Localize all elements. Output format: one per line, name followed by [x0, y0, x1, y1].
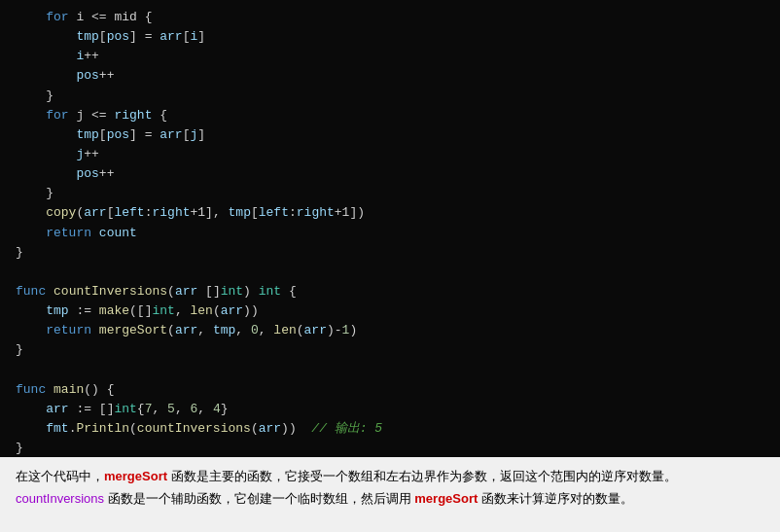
code-line-16: tmp := make([]int, len(arr)) [16, 301, 764, 321]
code-line-blank2 [16, 361, 764, 380]
code-line-15: func countInversions(arr []int) int { [16, 282, 764, 301]
code-line-17: return mergeSort(arr, tmp, 0, len(arr)-1… [16, 321, 764, 340]
code-line-blank1 [16, 263, 764, 282]
code-line-18: } [16, 340, 764, 360]
code-line-7: tmp[pos] = arr[j] [16, 125, 764, 145]
code-line-20: func main() { [16, 380, 764, 400]
code-line-4: pos++ [16, 66, 764, 86]
description-panel: 在这个代码中，mergeSort 函数是主要的函数，它接受一个数组和左右边界作为… [0, 457, 780, 532]
code-line-2: tmp[pos] = arr[i] [16, 27, 764, 47]
code-line-22: fmt.Println(countInversions(arr)) // 输出:… [16, 419, 764, 439]
code-line-5: } [16, 87, 764, 106]
code-line-21: arr := []int{7, 5, 6, 4} [16, 400, 764, 419]
code-line-10: } [16, 184, 764, 203]
code-line-3: i++ [16, 47, 764, 66]
code-line-23: } [16, 439, 764, 457]
description-line-1: 在这个代码中，mergeSort 函数是主要的函数，它接受一个数组和左右边界作为… [16, 467, 764, 487]
code-line-9: pos++ [16, 164, 764, 184]
code-line-8: j++ [16, 145, 764, 164]
code-line-11: copy(arr[left:right+1], tmp[left:right+1… [16, 203, 764, 223]
code-line-6: for j <= right { [16, 106, 764, 125]
code-editor: for i <= mid { tmp[pos] = arr[i] i++ pos… [0, 0, 780, 457]
code-line-1: for i <= mid { [16, 8, 764, 27]
description-line-2: countInversions 函数是一个辅助函数，它创建一个临时数组，然后调用… [16, 489, 764, 510]
code-line-12: return count [16, 224, 764, 243]
code-line-13: } [16, 243, 764, 263]
